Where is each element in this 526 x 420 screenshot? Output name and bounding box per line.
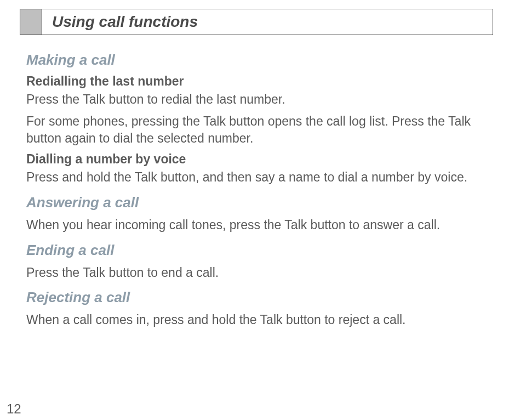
content-area: Making a call Redialling the last number… — [20, 35, 493, 329]
heading-ending-a-call: Ending a call — [26, 242, 493, 259]
text-answering-p1: When you hear incoming call tones, press… — [26, 217, 493, 234]
header-title-box: Using call functions — [42, 9, 493, 35]
page-number: 12 — [7, 401, 21, 417]
text-ending-p1: Press the Talk button to end a call. — [26, 264, 493, 282]
heading-rejecting-a-call: Rejecting a call — [26, 289, 493, 306]
section-header: Using call functions — [20, 9, 493, 35]
text-voice-p1: Press and hold the Talk button, and then… — [26, 169, 493, 186]
heading-answering-a-call: Answering a call — [26, 194, 493, 211]
header-title: Using call functions — [52, 13, 198, 31]
heading-redialling: Redialling the last number — [26, 74, 493, 89]
header-tab-block — [20, 9, 42, 35]
text-redial-p1: Press the Talk button to redial the last… — [26, 91, 493, 109]
text-rejecting-p1: When a call comes in, press and hold the… — [26, 311, 493, 329]
page-container: Using call functions Making a call Redia… — [0, 0, 526, 420]
heading-dial-by-voice: Dialling a number by voice — [26, 152, 493, 167]
text-redial-p2: For some phones, pressing the Talk butto… — [26, 113, 493, 147]
heading-making-a-call: Making a call — [26, 52, 493, 69]
